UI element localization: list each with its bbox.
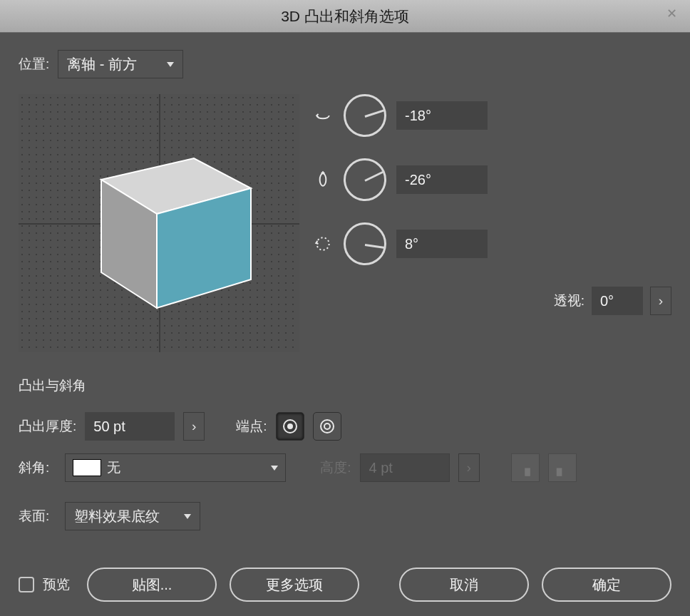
chevron-down-icon <box>184 514 191 519</box>
extrude-depth-stepper[interactable]: › <box>183 412 205 441</box>
rotation-cube-preview[interactable] <box>19 94 299 352</box>
surface-value: 塑料效果底纹 <box>74 507 160 526</box>
rotate-z-dial[interactable] <box>344 222 386 265</box>
cancel-button[interactable]: 取消 <box>399 568 529 602</box>
extrude-depth-label: 凸出厚度: <box>19 417 76 436</box>
position-label: 位置: <box>19 55 49 73</box>
cap-off-button[interactable] <box>313 412 341 441</box>
ok-button[interactable]: 确定 <box>542 568 671 602</box>
extrude-section-title: 凸出与斜角 <box>19 376 671 395</box>
cap-label: 端点: <box>236 417 267 436</box>
rotate-y-icon <box>312 170 334 189</box>
chevron-down-icon <box>167 62 174 67</box>
svg-point-7 <box>321 420 334 433</box>
cap-on-button[interactable] <box>276 412 304 441</box>
bevel-in-icon: ▗ <box>520 460 530 476</box>
surface-dropdown[interactable]: 塑料效果底纹 <box>65 502 200 530</box>
cube-preview-graphic <box>80 137 258 315</box>
rotate-z-input[interactable]: 8° <box>396 230 488 258</box>
svg-point-4 <box>316 237 329 250</box>
more-options-button[interactable]: 更多选项 <box>230 568 359 602</box>
map-art-button[interactable]: 贴图... <box>87 568 217 602</box>
dialog-title: 3D 凸出和斜角选项 <box>281 6 409 26</box>
bevel-extent-out-button: ▖ <box>548 453 577 482</box>
surface-label: 表面: <box>19 507 49 525</box>
bevel-swatch-icon <box>73 459 101 476</box>
perspective-label: 透视: <box>554 292 585 310</box>
svg-point-6 <box>287 423 293 429</box>
perspective-stepper[interactable]: › <box>650 287 671 315</box>
rotate-x-input[interactable]: -18° <box>396 101 488 130</box>
close-icon[interactable]: ✕ <box>666 6 677 21</box>
chevron-down-icon <box>271 466 278 471</box>
bevel-value: 无 <box>107 458 120 477</box>
preview-checkbox[interactable] <box>19 577 34 592</box>
cap-solid-icon <box>282 419 298 434</box>
rotate-x-icon <box>312 106 334 125</box>
bevel-extent-in-button: ▗ <box>511 453 540 482</box>
svg-point-8 <box>324 423 330 429</box>
cap-hollow-icon <box>319 419 335 434</box>
extrude-depth-input[interactable]: 50 pt <box>85 412 175 441</box>
rotate-y-input[interactable]: -26° <box>396 165 488 194</box>
bevel-dropdown[interactable]: 无 <box>65 453 286 482</box>
preview-label[interactable]: 预览 <box>43 575 70 594</box>
bevel-height-stepper: › <box>458 453 480 482</box>
position-dropdown[interactable]: 离轴 - 前方 <box>58 50 183 78</box>
rotate-x-dial[interactable] <box>344 94 386 137</box>
title-bar: 3D 凸出和斜角选项 ✕ <box>0 0 690 33</box>
bevel-height-input: 4 pt <box>360 453 450 482</box>
bevel-height-label: 高度: <box>320 458 351 477</box>
rotate-z-icon <box>312 235 334 253</box>
svg-point-3 <box>320 173 326 185</box>
bevel-label: 斜角: <box>19 458 49 477</box>
position-value: 离轴 - 前方 <box>67 55 137 74</box>
perspective-input[interactable]: 0° <box>592 287 643 315</box>
bevel-out-icon: ▖ <box>557 460 567 476</box>
rotate-y-dial[interactable] <box>344 158 386 201</box>
